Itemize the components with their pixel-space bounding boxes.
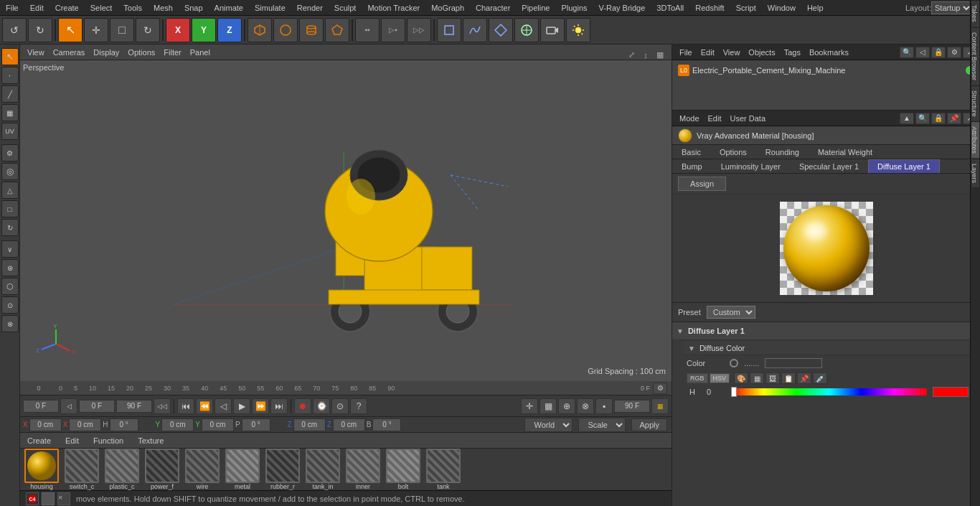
menu-character[interactable]: Character xyxy=(470,2,516,14)
color-eyedrop-icon[interactable]: 💉 xyxy=(813,373,827,384)
tweak-button[interactable]: ⚙ xyxy=(1,144,19,161)
close-icon-button[interactable]: × xyxy=(57,492,70,505)
record-button[interactable]: ⏺ xyxy=(294,398,311,414)
tab-luminosity[interactable]: Luminosity Layer xyxy=(712,159,790,173)
menu-plugins[interactable]: Plugins xyxy=(555,2,593,14)
world-select[interactable]: World xyxy=(524,418,573,432)
menu-mograph[interactable]: MoGraph xyxy=(425,2,470,14)
go-start-button[interactable]: ⏮ xyxy=(177,398,194,414)
play-reverse-button[interactable]: ◁ xyxy=(215,398,232,414)
tab-specular[interactable]: Specular Layer 1 xyxy=(790,159,868,173)
pos-y-input[interactable] xyxy=(161,418,194,431)
menu-render[interactable]: Render xyxy=(291,2,329,14)
tab-basic[interactable]: Basic xyxy=(672,145,710,159)
key-button[interactable]: ⊙ xyxy=(331,398,349,414)
menu-file[interactable]: File xyxy=(0,2,24,14)
rot-b-input[interactable] xyxy=(372,418,401,431)
tab-options[interactable]: Options xyxy=(710,145,756,159)
snap-key-button[interactable]: ⊗ xyxy=(577,398,594,414)
material-rubber[interactable]: rubber_r xyxy=(264,449,301,490)
attr-search-icon[interactable]: 🔍 xyxy=(915,113,930,124)
scale-tool-button[interactable]: □ xyxy=(110,18,134,42)
menu-animate[interactable]: Animate xyxy=(209,2,249,14)
material-tank-in[interactable]: tank_in xyxy=(304,449,341,490)
color-gradient-icon[interactable]: ▦ xyxy=(750,373,764,384)
render-region-button[interactable]: ▪▪ xyxy=(355,18,380,42)
color-copy-icon[interactable]: 📋 xyxy=(781,373,796,384)
rp-menu-tags[interactable]: Tags xyxy=(780,47,805,58)
material-bolt[interactable]: bolt xyxy=(385,449,422,490)
rp-menu-edit[interactable]: Edit xyxy=(697,47,719,58)
attributes-tab[interactable]: Attributes xyxy=(971,121,980,159)
diffuse-color-header[interactable]: ▼ Diffuse Color xyxy=(684,342,974,355)
rot-h-input[interactable] xyxy=(110,418,138,431)
search-icon[interactable]: 🔍 xyxy=(900,47,914,58)
frame-back-button[interactable]: ◁ xyxy=(60,398,77,414)
cylinder-button[interactable] xyxy=(299,18,324,42)
go-end-button[interactable]: ⏭ xyxy=(270,398,288,414)
material-metal[interactable]: metal xyxy=(224,449,261,490)
edge-mode-button[interactable]: ╱ xyxy=(1,85,19,103)
menu-script[interactable]: Script xyxy=(730,2,762,14)
attr-mode[interactable]: Mode xyxy=(675,113,704,124)
timeline-mode-button[interactable]: ▦ xyxy=(651,398,669,414)
vp-menu-options[interactable]: Options xyxy=(123,47,159,58)
menu-mesh[interactable]: Mesh xyxy=(148,2,179,14)
cube-button[interactable] xyxy=(248,18,272,42)
selection-key-button[interactable]: ▦ xyxy=(540,398,557,414)
material-plastic[interactable]: plastic_c xyxy=(103,449,141,490)
move-key-button[interactable]: ✛ xyxy=(521,398,538,414)
menu-window[interactable]: Window xyxy=(762,2,801,14)
timeline-settings-button[interactable]: ⚙ xyxy=(653,383,667,394)
vp-menu-cameras[interactable]: Cameras xyxy=(49,47,90,58)
vp-menu-filter[interactable]: Filter xyxy=(159,47,185,58)
material-tank[interactable]: tank xyxy=(425,449,462,490)
prev-frame-button[interactable]: ⏪ xyxy=(196,398,213,414)
menu-vray[interactable]: V-Ray Bridge xyxy=(593,2,651,14)
cinema4d-logo[interactable]: C4 xyxy=(26,492,39,505)
deformer-button[interactable] xyxy=(489,18,513,42)
menu-edit[interactable]: Edit xyxy=(24,2,50,14)
null-button[interactable] xyxy=(437,18,461,42)
size-y-input[interactable] xyxy=(202,418,234,431)
hue-slider[interactable] xyxy=(731,388,927,395)
display-button[interactable]: △ xyxy=(1,182,19,199)
frame-end-input[interactable] xyxy=(614,400,650,413)
menu-redshift[interactable]: Redshift xyxy=(689,2,730,14)
rgb-format-button[interactable]: RGB xyxy=(687,373,708,383)
select-mode-button[interactable]: ↖ xyxy=(1,48,19,65)
transform-button[interactable]: ↻ xyxy=(1,219,19,236)
redo-button[interactable]: ↻ xyxy=(28,18,52,42)
frame-preview-end-input[interactable] xyxy=(116,400,152,413)
rp-menu-bookmarks[interactable]: Bookmarks xyxy=(805,47,853,58)
vp-menu-panel[interactable]: Panel xyxy=(186,47,215,58)
color-radio[interactable] xyxy=(730,359,738,367)
camera-button[interactable] xyxy=(540,18,565,42)
mat-menu-texture[interactable]: Texture xyxy=(133,435,168,446)
mat-menu-edit[interactable]: Edit xyxy=(61,435,83,446)
menu-sculpt[interactable]: Sculpt xyxy=(329,2,362,14)
magnet-button[interactable]: ⊛ xyxy=(1,259,19,276)
menu-create[interactable]: Create xyxy=(50,2,85,14)
rp-menu-objects[interactable]: Objects xyxy=(744,47,779,58)
pos-z-input[interactable] xyxy=(293,418,326,431)
current-frame-input[interactable] xyxy=(23,400,59,413)
assign-button[interactable]: Assign xyxy=(678,177,726,191)
knife-button[interactable]: ∨ xyxy=(1,240,19,258)
rotate-tool-button[interactable]: ↻ xyxy=(136,18,160,42)
diffuse-layer-header[interactable]: ▼ Diffuse Layer 1 xyxy=(672,322,980,340)
lock-key-button[interactable]: ▪ xyxy=(595,398,613,414)
mat-menu-function[interactable]: Function xyxy=(89,435,128,446)
scale-select[interactable]: Scale xyxy=(578,418,626,432)
rp-back-icon[interactable]: ◁ xyxy=(915,47,930,58)
poly-mode-button[interactable]: ▦ xyxy=(1,104,19,121)
polygon-button[interactable] xyxy=(325,18,349,42)
light-button[interactable] xyxy=(566,18,590,42)
attr-userdata[interactable]: User Data xyxy=(726,113,771,124)
next-frame-button[interactable]: ⏩ xyxy=(252,398,269,414)
rp-menu-view[interactable]: View xyxy=(719,47,745,58)
apply-button[interactable]: Apply xyxy=(631,418,667,431)
solo-button[interactable]: ◎ xyxy=(1,163,19,180)
sphere-button[interactable] xyxy=(273,18,298,42)
viewport-layout-icon[interactable]: ▦ xyxy=(654,50,666,61)
